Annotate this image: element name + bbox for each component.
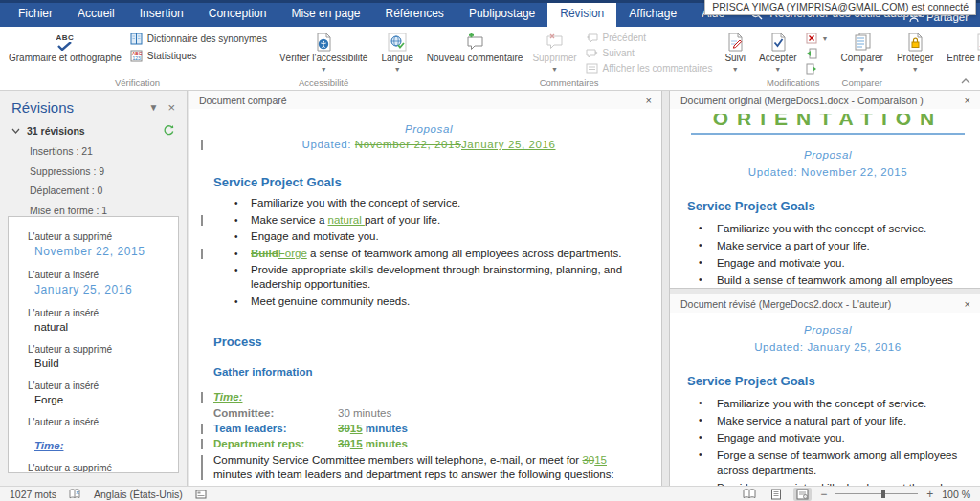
- word-count-label: Statistiques: [147, 51, 197, 61]
- revision-item[interactable]: L'auteur a inséréTime:: [9, 411, 178, 457]
- revision-item[interactable]: L'auteur a supprimé30: [9, 457, 178, 473]
- text-segment: Make service a: [251, 214, 328, 226]
- tab-r-vision[interactable]: Révision: [547, 1, 616, 27]
- bullet-icon: •: [699, 221, 717, 237]
- close-icon[interactable]: ×: [646, 95, 652, 106]
- compared-document-pane: Document comparé × ProposalUpdated: Nove…: [189, 91, 661, 486]
- tab-affichage[interactable]: Affichage: [616, 1, 689, 27]
- text-segment: Proposal: [804, 324, 852, 336]
- revised-pane-header: Document révisé (MergeDocs2.docx - L'aut…: [670, 294, 980, 313]
- tab-publipostage[interactable]: Publipostage: [457, 1, 547, 27]
- doc-bullet: •Make service a natural part of your lif…: [687, 413, 969, 429]
- revision-item[interactable]: L'auteur a inséréJanuary 25, 2016: [9, 264, 178, 302]
- revision-item[interactable]: L'auteur a insérénatural: [9, 302, 178, 338]
- collapse-ribbon-button[interactable]: [961, 74, 970, 87]
- doc-center: Proposal: [213, 122, 644, 137]
- close-icon[interactable]: ×: [965, 95, 970, 106]
- compared-doc-content[interactable]: ProposalUpdated: November 22, 2015Januar…: [189, 109, 661, 482]
- account-tooltip: PRISCA YIMGA (YIMPRISA@GMAIL.COM) est co…: [704, 0, 976, 15]
- compared-pane-title: Document comparé: [199, 95, 287, 106]
- view-read-mode-button[interactable]: [740, 488, 759, 500]
- group-label-accessibility: Accessibilité: [275, 77, 373, 90]
- previous-comment-button[interactable]: Précédent: [584, 32, 715, 44]
- original-doc-content[interactable]: ORIENTATIONProposalUpdated: November 22,…: [670, 109, 980, 288]
- revision-item[interactable]: L'auteur a suppriméBuild: [9, 338, 178, 375]
- doc-bullet: •Familiarize you with the concept of ser…: [687, 396, 969, 412]
- accept-change-button[interactable]: Accepter ▼: [754, 28, 801, 77]
- revision-action: L'auteur a supprimé: [28, 231, 170, 242]
- zoom-slider-thumb[interactable]: [881, 490, 885, 498]
- bullet-icon: •: [699, 272, 717, 289]
- text-segment: Updated: January 25, 2016: [754, 341, 902, 353]
- text-segment: Gather information: [213, 366, 313, 378]
- text-segment: 15: [350, 423, 363, 434]
- bullet-icon: •: [234, 229, 251, 244]
- doc-bullet: •Meet genuine community needs.: [213, 294, 644, 309]
- view-print-layout-button[interactable]: [768, 488, 785, 501]
- zoom-slider[interactable]: [835, 493, 918, 494]
- text-segment: Team leaders:: [213, 423, 287, 434]
- ink-button[interactable]: Entrée manuscrite ▼: [942, 28, 980, 77]
- proofing-status-icon[interactable]: [69, 489, 81, 499]
- text-segment: Service Project Goals: [213, 175, 342, 189]
- compare-icon: [852, 32, 873, 53]
- revision-value: Time:: [34, 440, 63, 451]
- reject-change-button[interactable]: ▼: [804, 32, 831, 45]
- new-comment-button[interactable]: Nouveau commentaire: [422, 28, 528, 77]
- refresh-icon[interactable]: [163, 124, 175, 137]
- revision-action: L'auteur a inséré: [28, 381, 170, 391]
- doc-bullet: •Engage and motivate you.: [687, 255, 969, 272]
- doc-row: Team leaders:3015 minutes: [213, 422, 644, 436]
- macro-record-icon[interactable]: [195, 490, 207, 499]
- revision-stat-line: Insertions : 21: [30, 142, 187, 162]
- language-button[interactable]: Langue ▼: [376, 28, 417, 77]
- revision-item[interactable]: L'auteur a suppriméNovember 22, 2015: [9, 226, 178, 264]
- word-count-status[interactable]: 1027 mots: [10, 489, 56, 500]
- zoom-level[interactable]: 100 %: [942, 489, 970, 500]
- tab-conception[interactable]: Conception: [196, 1, 279, 27]
- close-icon[interactable]: ×: [167, 100, 175, 115]
- thesaurus-button[interactable]: Dictionnaire des synonymes: [128, 32, 269, 46]
- accept-change-icon: [768, 32, 788, 53]
- tab-accueil[interactable]: Accueil: [65, 1, 127, 27]
- pane-options-dropdown[interactable]: ▼: [149, 102, 159, 113]
- tab-fichier[interactable]: Fichier: [6, 1, 65, 27]
- zoom-in-button[interactable]: +: [926, 488, 933, 501]
- text-segment: minutes: [363, 423, 408, 434]
- spelling-grammar-button[interactable]: ABC Grammaire et orthographe: [4, 28, 126, 77]
- delete-comment-button[interactable]: Supprimer ▼: [527, 28, 581, 77]
- bullet-icon: •: [234, 196, 251, 210]
- chevron-down-icon: ▼: [822, 35, 829, 42]
- group-label-language: [376, 77, 417, 90]
- next-comment-button[interactable]: Suivant: [584, 47, 715, 59]
- compare-button[interactable]: Comparer ▼: [835, 28, 887, 77]
- protect-button[interactable]: Protéger ▼: [892, 28, 938, 77]
- language-status[interactable]: Anglais (États-Unis): [94, 489, 183, 500]
- tab-insertion[interactable]: Insertion: [127, 1, 196, 27]
- doc-para: Community Service Committee members will…: [213, 453, 644, 482]
- view-web-layout-button[interactable]: [793, 488, 812, 501]
- track-changes-button[interactable]: Suivi ▼: [720, 28, 750, 77]
- previous-change-button[interactable]: [804, 47, 831, 60]
- collapse-chevron-icon[interactable]: [11, 128, 20, 134]
- next-change-icon: [806, 63, 817, 75]
- pane-splitter-vertical[interactable]: [661, 91, 670, 486]
- thesaurus-label: Dictionnaire des synonymes: [147, 33, 267, 44]
- check-accessibility-button[interactable]: Vérifier l'accessibilité ▼: [275, 28, 373, 77]
- delete-comment-label: Supprimer: [532, 53, 576, 63]
- tab-mise-en-page[interactable]: Mise en page: [278, 1, 372, 27]
- zoom-out-button[interactable]: −: [820, 488, 827, 501]
- revision-item[interactable]: L'auteur a inséréForge: [9, 375, 178, 411]
- close-icon[interactable]: ×: [965, 298, 970, 310]
- tab-r-f-rences[interactable]: Références: [373, 1, 457, 27]
- text-segment: Build: [251, 248, 278, 259]
- pane-splitter-horizontal[interactable]: [670, 288, 980, 294]
- revised-doc-content[interactable]: ProposalUpdated: January 25, 2016Service…: [670, 313, 980, 486]
- revision-stat-line: Déplacement : 0: [30, 181, 187, 201]
- next-change-button[interactable]: [804, 62, 831, 76]
- show-comments-button[interactable]: Afficher les commentaires: [584, 62, 715, 75]
- print-layout-icon: [770, 489, 782, 500]
- word-count-button[interactable]: ABC123 Statistiques: [128, 49, 269, 63]
- show-comments-label: Afficher les commentaires: [603, 63, 713, 74]
- text-segment: Engage and motivate you.: [717, 257, 845, 269]
